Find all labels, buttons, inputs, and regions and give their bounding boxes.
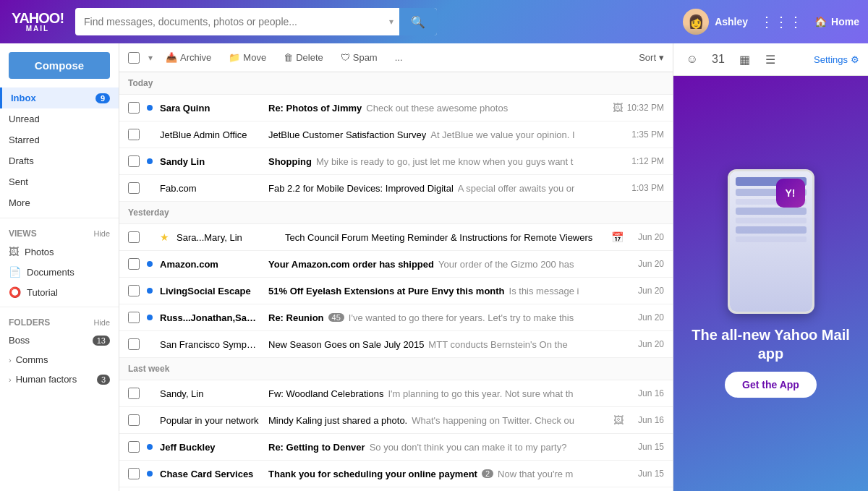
delete-button[interactable]: 🗑 Delete [279, 49, 328, 66]
sidebar-item-comms[interactable]: › Comms [0, 350, 119, 370]
grid-tool-icon[interactable]: ▦ [734, 49, 754, 69]
yahoo-mail-app-icon: Y! [776, 179, 805, 208]
email-content: JetBlue Customer Satisfaction Survey At … [268, 129, 621, 140]
get-app-button[interactable]: Get the App [725, 372, 817, 398]
email-checkbox[interactable] [128, 129, 140, 140]
sidebar-item-starred[interactable]: Starred [0, 129, 119, 150]
email-meta: 📅 Jun 20 [611, 231, 664, 243]
move-button[interactable]: 📁 Move [224, 49, 271, 66]
sent-label: Sent [9, 176, 28, 187]
table-row[interactable]: ★ Sara...Mary, Lin Tech Council Forum Me… [119, 224, 673, 251]
table-row[interactable]: Russ...Jonathan,Sabrina Re: Reunion 45 I… [119, 304, 673, 331]
sidebar-item-inbox[interactable]: Inbox 9 [0, 87, 119, 108]
email-subject: Thank you for scheduling your online pay… [268, 469, 477, 479]
email-content: 51% Off Eyelash Extensions at Pure Envy … [268, 286, 621, 296]
calendar-tool-icon[interactable]: 31 [708, 49, 728, 69]
email-subject: Tech Council Forum Meeting Reminder & In… [285, 232, 592, 243]
email-checkbox[interactable] [128, 102, 140, 114]
user-info[interactable]: 👩 Ashley [683, 9, 748, 35]
section-last-week: Last week [119, 358, 673, 380]
table-row[interactable]: Jeff Buckley Re: Getting to Denver So yo… [119, 434, 673, 461]
email-preview: I'm planning to go this year. Not sure w… [388, 388, 621, 399]
views-hide-link[interactable]: Hide [93, 229, 110, 238]
yahoo-logo: YAHOO! MAIL [9, 11, 67, 33]
folders-hide-link[interactable]: Hide [93, 318, 110, 327]
email-checkbox[interactable] [128, 258, 140, 270]
home-link[interactable]: 🏠 Home [814, 16, 859, 27]
email-checkbox[interactable] [128, 414, 140, 426]
more-label: ... [395, 52, 403, 63]
sort-button[interactable]: Sort ▾ [639, 52, 664, 63]
compose-button[interactable]: Compose [9, 52, 110, 79]
email-checkbox[interactable] [128, 182, 140, 194]
sidebar-item-human-factors[interactable]: › Human factors 3 [0, 370, 119, 389]
email-checkbox[interactable] [128, 285, 140, 296]
table-row[interactable]: LivingSocial Escape 51% Off Eyelash Exte… [119, 278, 673, 304]
email-subject: Re: Photos of Jimmy [268, 103, 362, 114]
email-preview: My bike is ready to go, just let me know… [316, 156, 621, 167]
table-row[interactable]: Amazon.com Your Amazon.com order has shi… [119, 251, 673, 278]
sidebar-item-sent[interactable]: Sent [0, 171, 119, 192]
search-input[interactable] [75, 16, 383, 27]
table-row[interactable]: Chase Card Services Thank you for schedu… [119, 461, 673, 487]
email-checkbox[interactable] [128, 388, 140, 399]
table-row[interactable]: Sandy Lin Shopping My bike is ready to g… [119, 148, 673, 175]
email-preview: MTT conducts Bernstein's On the [428, 339, 621, 350]
email-checkbox[interactable] [128, 231, 140, 243]
search-dropdown-icon[interactable]: ▾ [383, 17, 399, 27]
avatar: 👩 [683, 9, 709, 35]
sidebar-item-photos[interactable]: 🖼 Photos [0, 242, 119, 262]
apps-grid-icon[interactable]: ⋮⋮⋮ [760, 13, 803, 30]
table-row[interactable]: Popular in your network Mindy Kaling jus… [119, 407, 673, 434]
sender-name: Sara Quinn [160, 103, 261, 114]
sidebar-item-tutorial[interactable]: ⭕ Tutorial [0, 282, 119, 302]
phone-screen-row [736, 236, 807, 242]
sidebar-item-drafts[interactable]: Drafts [0, 150, 119, 171]
email-checkbox[interactable] [128, 441, 140, 453]
image-icon: 🖼 [613, 414, 624, 426]
list-tool-icon[interactable]: ☰ [760, 49, 780, 69]
phone-screen-row [736, 226, 807, 234]
header: YAHOO! MAIL ▾ 🔍 👩 Ashley ⋮⋮⋮ 🏠 Home [0, 0, 868, 43]
smiley-icon[interactable]: ☺ [682, 49, 702, 69]
table-row[interactable]: JetBlue Admin Office JetBlue Customer Sa… [119, 121, 673, 148]
archive-button[interactable]: 📥 Archive [161, 49, 216, 66]
sidebar-item-unread[interactable]: Unread [0, 108, 119, 129]
drafts-label: Drafts [9, 155, 34, 166]
email-checkbox[interactable] [128, 155, 140, 167]
select-dropdown-icon[interactable]: ▾ [148, 53, 153, 63]
table-row[interactable]: Fab.com Fab 2.2 for Mobile Devices: Impr… [119, 175, 673, 202]
settings-link[interactable]: Settings ⚙ [814, 54, 859, 65]
email-checkbox[interactable] [128, 468, 140, 479]
email-preview: A special offer awaits you or [458, 183, 621, 194]
sidebar-item-more[interactable]: More [0, 192, 119, 213]
right-panel: ☺ 31 ▦ ☰ Settings ⚙ Y! [673, 43, 868, 491]
photos-label: Photos [25, 247, 54, 257]
email-content: New Season Goes on Sale July 2015 MTT co… [268, 339, 621, 350]
email-meta: 1:35 PM [628, 129, 664, 140]
delete-icon: 🗑 [284, 52, 293, 63]
table-row[interactable]: Sara Quinn Re: Photos of Jimmy Check out… [119, 95, 673, 121]
unread-dot [147, 261, 153, 267]
email-content: Fab 2.2 for Mobile Devices: Improved Dig… [268, 183, 621, 194]
settings-label: Settings [814, 54, 848, 65]
table-row[interactable]: Sandy, Lin Fw: Woodland Celebrations I'm… [119, 380, 673, 407]
more-button[interactable]: ... [391, 49, 407, 66]
section-yesterday: Yesterday [119, 202, 673, 224]
email-checkbox[interactable] [128, 338, 140, 350]
email-preview: Your order of the Gizmo 200 has [438, 259, 621, 270]
email-checkbox[interactable] [128, 312, 140, 323]
email-date: Jun 16 [628, 388, 664, 398]
inbox-badge: 9 [95, 93, 110, 103]
documents-icon: 📄 [9, 266, 21, 278]
table-row[interactable]: Facebook Carolina Greenwood also comment… [119, 487, 673, 491]
sidebar-item-boss[interactable]: Boss 13 [0, 330, 119, 350]
inbox-label: Inbox [11, 93, 36, 103]
search-button[interactable]: 🔍 [399, 8, 437, 35]
email-content: Re: Photos of Jimmy Check out these awes… [268, 103, 605, 114]
spam-button[interactable]: 🛡 Spam [336, 49, 382, 66]
email-preview: I've wanted to go there for years. Let's… [349, 312, 621, 323]
sidebar-item-documents[interactable]: 📄 Documents [0, 262, 119, 282]
select-all-checkbox[interactable] [128, 52, 140, 64]
table-row[interactable]: San Francisco Symphony New Season Goes o… [119, 331, 673, 358]
